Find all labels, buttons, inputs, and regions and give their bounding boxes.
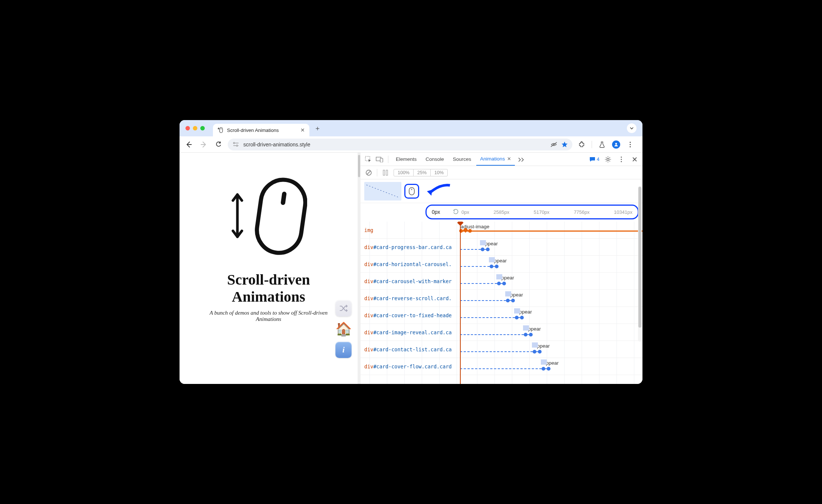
tabs-dropdown-button[interactable] [627, 123, 637, 133]
animation-row[interactable]: div#card-image-reveal.card.caappear [361, 324, 642, 341]
animation-track[interactable]: appear [460, 256, 642, 272]
page-title: Scroll-driven Animations [227, 271, 310, 305]
capture-thumbnail[interactable] [364, 182, 401, 200]
capture-row [361, 179, 642, 203]
animation-track[interactable]: appear [460, 273, 642, 289]
animation-track[interactable]: appear [460, 239, 642, 255]
browser-tab[interactable]: Scroll-driven Animations ✕ [213, 124, 309, 136]
svg-point-11 [629, 146, 631, 147]
divider [592, 141, 592, 148]
svg-line-22 [367, 171, 371, 175]
ruler-tick: 5170px [534, 209, 550, 215]
svg-point-19 [621, 159, 622, 160]
kebab-menu-button[interactable] [625, 139, 636, 150]
toolbar-right [576, 139, 639, 150]
svg-point-2 [233, 142, 235, 144]
animation-row[interactable]: div#card-cover-to-fixed-headeappear [361, 307, 642, 324]
minimize-window-button[interactable] [193, 126, 197, 130]
ruler-tick: 10341px [614, 209, 632, 215]
tab-strip: Scroll-driven Animations ✕ ＋ [180, 120, 642, 136]
ruler-current-position: 0px [432, 209, 450, 215]
animation-track[interactable]: appear [460, 290, 642, 306]
close-icon[interactable]: ✕ [507, 156, 511, 162]
speed-100[interactable]: 100% [394, 169, 414, 176]
tab-sources[interactable]: Sources [449, 153, 475, 166]
close-devtools-icon[interactable] [630, 155, 639, 164]
scroll-driven-badge[interactable] [404, 184, 419, 199]
animation-track[interactable]: appear [460, 324, 642, 341]
animations-list[interactable]: imgadjust-imagediv#card-progress-bar.car… [361, 222, 642, 384]
animation-track[interactable]: appear [460, 341, 642, 358]
browser-window: Scroll-driven Animations ✕ ＋ scroll-driv… [180, 120, 642, 384]
issues-button[interactable]: 4 [589, 156, 599, 162]
animation-track[interactable]: adjust-image [460, 222, 642, 238]
settings-gear-icon[interactable] [603, 155, 613, 164]
ruler-ticks: 0px 2585px 5170px 7756px 10341px [461, 209, 632, 215]
divider [377, 169, 377, 176]
pause-button[interactable] [381, 168, 390, 177]
page-subtitle: A bunch of demos and tools to show off S… [202, 310, 335, 322]
svg-rect-24 [386, 170, 388, 175]
animation-row[interactable]: div#card-reverse-scroll.card.appear [361, 290, 642, 307]
tab-close-button[interactable]: ✕ [300, 127, 305, 133]
home-button[interactable]: 🏠 [335, 321, 352, 337]
animation-row[interactable]: imgadjust-image [361, 222, 642, 239]
ruler-tick: 2585px [494, 209, 510, 215]
tab-elements[interactable]: Elements [392, 153, 420, 166]
mouse-icon [251, 175, 307, 256]
profile-avatar[interactable] [612, 140, 620, 149]
close-window-button[interactable] [185, 126, 190, 130]
maximize-window-button[interactable] [200, 126, 205, 130]
replay-icon[interactable] [453, 209, 459, 215]
speed-10[interactable]: 10% [431, 169, 447, 176]
element-selector: div#card-cover-flow.card.card [361, 364, 460, 369]
animation-row[interactable]: div#card-carousel-with-markerappear [361, 273, 642, 290]
more-tabs-icon[interactable] [516, 155, 526, 164]
new-tab-button[interactable]: ＋ [312, 123, 323, 133]
tab-console[interactable]: Console [422, 153, 448, 166]
devtools-scrollbar[interactable] [638, 186, 642, 342]
timeline-ruler[interactable]: 0px 0px 2585px 5170px 7756px 10341px [425, 205, 639, 219]
back-button[interactable] [183, 139, 194, 150]
svg-point-4 [236, 145, 238, 146]
svg-rect-12 [254, 177, 307, 256]
webpage-viewport[interactable]: Scroll-driven Animations A bunch of demo… [180, 153, 358, 384]
animation-row[interactable]: div#card-cover-flow.card.cardappear [361, 358, 642, 375]
svg-point-9 [629, 142, 631, 143]
animation-row[interactable]: div#card-contact-list.card.caappear [361, 341, 642, 358]
address-bar[interactable]: scroll-driven-animations.style [228, 139, 572, 150]
clear-button[interactable] [364, 168, 373, 177]
speed-25[interactable]: 25% [414, 169, 431, 176]
forward-button[interactable] [198, 139, 209, 150]
tab-animations[interactable]: Animations ✕ [476, 153, 515, 166]
svg-point-20 [621, 161, 622, 162]
svg-rect-16 [380, 158, 383, 162]
playback-speed-group: 100% 25% 10% [394, 169, 448, 176]
browser-toolbar: scroll-driven-animations.style [180, 136, 642, 153]
bookmark-star-icon[interactable] [561, 141, 568, 148]
info-button[interactable]: i [335, 342, 352, 358]
url-text: scroll-driven-animations.style [243, 142, 546, 147]
ruler-tick: 0px [461, 209, 469, 215]
element-selector: div#card-contact-list.card.ca [361, 346, 460, 352]
page-logo [230, 175, 307, 256]
inspect-element-icon[interactable] [364, 155, 373, 164]
animation-track[interactable]: appear [460, 358, 642, 375]
animation-row[interactable]: div#card-horizontal-carousel.appear [361, 256, 642, 273]
reload-button[interactable] [213, 139, 224, 150]
device-toolbar-icon[interactable] [375, 155, 384, 164]
svg-rect-23 [383, 170, 385, 175]
playhead[interactable] [460, 222, 461, 384]
shuffle-button[interactable] [335, 300, 352, 316]
svg-point-10 [629, 144, 631, 145]
labs-flask-icon[interactable] [596, 139, 608, 150]
tracking-blocked-icon[interactable] [550, 142, 558, 147]
animation-row[interactable]: div#card-progress-bar.card.caappear [361, 239, 642, 256]
site-settings-icon[interactable] [232, 141, 240, 148]
kebab-menu-icon[interactable] [616, 155, 626, 164]
animation-track[interactable]: appear [460, 307, 642, 324]
annotation-arrow-icon [425, 183, 451, 199]
element-selector: div#card-progress-bar.card.ca [361, 244, 460, 250]
extensions-button[interactable] [576, 139, 587, 150]
devtools-splitter[interactable] [358, 153, 361, 384]
